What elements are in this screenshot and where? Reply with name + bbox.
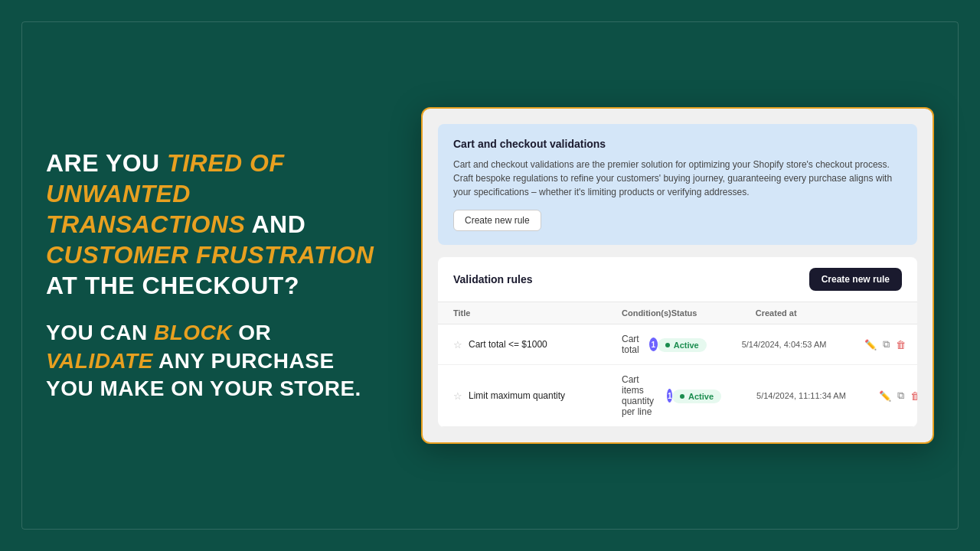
row-1-condition-badge: 1 <box>649 337 658 351</box>
col-status: Status <box>671 308 756 318</box>
col-title: Title <box>453 308 622 318</box>
edit-icon-1[interactable]: ✏️ <box>864 339 877 350</box>
row-1-title-text: Cart total <= $1000 <box>469 339 547 350</box>
row-2-title: ☆ Limit maximum quantity <box>453 390 622 402</box>
hero-line1-highlight: TIRED OF <box>167 149 284 177</box>
edit-icon-2[interactable]: ✏️ <box>879 390 891 402</box>
top-card-title: Cart and checkout validations <box>453 138 902 150</box>
copy-icon-1[interactable]: ⧉ <box>883 338 890 350</box>
validation-rules-card: Validation rules Create new rule Title C… <box>438 257 917 427</box>
col-conditions: Condition(s) <box>622 308 671 318</box>
hero-line6: YOU CAN BLOCK OR <box>46 319 375 347</box>
row-1-status: Active <box>658 337 742 352</box>
status-dot-2 <box>680 394 684 399</box>
row-2-condition-text: Cart items quantity per line <box>622 374 662 417</box>
hero-line7-highlight: VALIDATE <box>46 349 153 373</box>
hero-line1-normal: ARE YOU <box>46 149 167 177</box>
top-card: Cart and checkout validations Cart and c… <box>438 124 917 245</box>
table-row: ☆ Cart total <= $1000 Cart total 1 Activ… <box>438 324 917 365</box>
star-icon[interactable]: ☆ <box>453 339 462 350</box>
main-container: ARE YOU TIRED OF UNWANTED TRANSACTIONS A… <box>0 0 980 551</box>
row-1-actions: ✏️ ⧉ 🗑 <box>864 338 910 350</box>
hero-line7: VALIDATE ANY PURCHASE <box>46 347 375 375</box>
row-2-date: 5/14/2024, 11:11:34 AM <box>756 391 879 400</box>
hero-line4: CUSTOMER FRUSTRATION <box>46 240 375 270</box>
col-created-at: Created at <box>756 308 878 318</box>
status-dot-1 <box>665 343 670 347</box>
hero-line5: AT THE CHECKOUT? <box>46 270 375 301</box>
star-icon[interactable]: ☆ <box>453 390 462 402</box>
hero-line7-normal: ANY PURCHASE <box>153 349 335 373</box>
delete-icon-1[interactable]: 🗑 <box>896 339 906 350</box>
row-2-condition: Cart items quantity per line 1 <box>622 374 672 417</box>
delete-icon-2[interactable]: 🗑 <box>910 390 917 402</box>
status-badge-1: Active <box>658 338 707 352</box>
status-badge-2: Active <box>672 390 721 403</box>
create-rule-button-dark[interactable]: Create new rule <box>809 268 902 291</box>
hero-line6-normal2: OR <box>232 321 271 344</box>
hero-line8: YOU MAKE ON YOUR STORE. <box>46 375 375 403</box>
hero-line3: TRANSACTIONS AND <box>46 209 375 240</box>
hero-line5-normal: AT THE CHECKOUT? <box>46 272 299 299</box>
hero-line3-highlight: TRANSACTIONS <box>46 210 245 238</box>
row-1-condition-text: Cart total <box>622 334 645 355</box>
row-1-date: 5/14/2024, 4:04:53 AM <box>742 340 864 349</box>
table-section-title: Validation rules <box>453 273 532 285</box>
row-1-condition: Cart total 1 <box>622 334 658 355</box>
app-mockup: Cart and checkout validations Cart and c… <box>421 107 934 444</box>
hero-text: ARE YOU TIRED OF UNWANTED TRANSACTIONS A… <box>46 148 375 301</box>
hero-line3-normal: AND <box>245 210 305 238</box>
table-column-headers: Title Condition(s) Status Created at <box>438 302 917 324</box>
row-2-status: Active <box>672 388 756 403</box>
hero-line6-normal: YOU CAN <box>46 321 154 344</box>
hero-subtext: YOU CAN BLOCK OR VALIDATE ANY PURCHASE Y… <box>46 319 375 403</box>
col-actions <box>878 308 917 318</box>
row-2-condition-badge: 1 <box>667 389 672 403</box>
create-rule-button-small[interactable]: Create new rule <box>453 210 541 231</box>
hero-line4-highlight: CUSTOMER FRUSTRATION <box>46 241 374 269</box>
hero-line6-highlight1: BLOCK <box>154 321 232 344</box>
hero-line2-highlight: UNWANTED <box>46 180 191 207</box>
row-2-title-text: Limit maximum quantity <box>469 390 565 401</box>
status-label-2: Active <box>688 392 714 401</box>
table-row: ☆ Limit maximum quantity Cart items quan… <box>438 365 917 427</box>
copy-icon-2[interactable]: ⧉ <box>897 390 904 402</box>
top-card-description: Cart and checkout validations are the pr… <box>453 158 902 199</box>
left-panel: ARE YOU TIRED OF UNWANTED TRANSACTIONS A… <box>46 148 375 403</box>
table-header-row: Validation rules Create new rule <box>438 257 917 302</box>
status-label-1: Active <box>674 341 699 350</box>
hero-line2: UNWANTED <box>46 178 375 209</box>
hero-line8-normal: YOU MAKE ON YOUR STORE. <box>46 377 361 400</box>
row-2-actions: ✏️ ⧉ 🗑 <box>879 390 917 402</box>
row-1-title: ☆ Cart total <= $1000 <box>453 339 622 350</box>
hero-line1: ARE YOU TIRED OF <box>46 148 375 178</box>
